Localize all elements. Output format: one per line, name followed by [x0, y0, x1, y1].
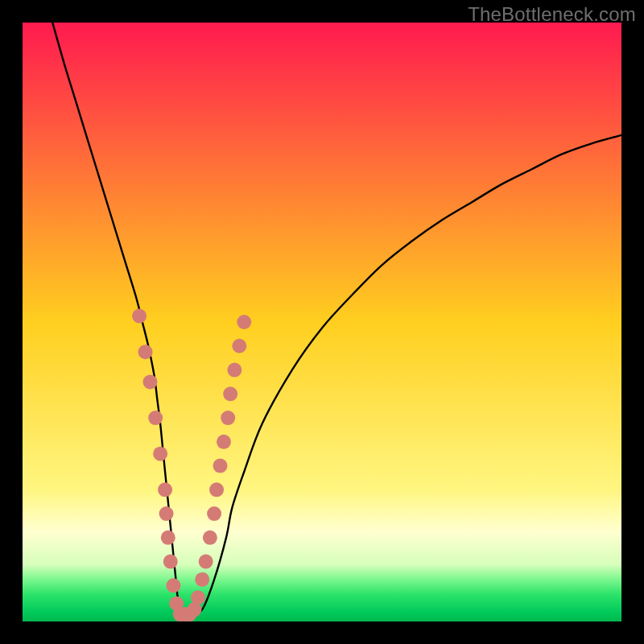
highlight-dot: [159, 506, 174, 521]
chart-svg: [23, 23, 621, 621]
highlight-dot: [138, 345, 153, 359]
watermark-text: TheBottleneck.com: [468, 3, 636, 26]
highlight-dot: [207, 506, 221, 521]
highlight-dot: [166, 578, 180, 592]
plot-area: [23, 23, 621, 621]
highlight-dot: [213, 459, 228, 473]
highlight-dot: [221, 411, 235, 425]
highlight-dot: [158, 482, 172, 497]
highlight-dot: [203, 530, 217, 545]
highlight-dot: [132, 309, 147, 324]
highlight-dot: [163, 555, 178, 569]
highlight-dot: [142, 374, 157, 389]
highlight-dot: [161, 530, 175, 545]
highlight-dot: [217, 435, 231, 449]
chart-frame: TheBottleneck.com: [0, 0, 644, 644]
highlight-dot: [199, 555, 213, 569]
highlight-dot: [227, 363, 242, 378]
highlight-dot: [232, 339, 246, 353]
highlight-dot: [209, 482, 224, 497]
highlight-dot: [195, 572, 209, 587]
highlight-dot: [223, 386, 237, 401]
gradient-background: [23, 23, 621, 621]
highlight-dot: [191, 590, 205, 605]
highlight-dot: [148, 411, 163, 425]
highlight-dot: [153, 447, 167, 461]
highlight-dot: [237, 315, 251, 329]
